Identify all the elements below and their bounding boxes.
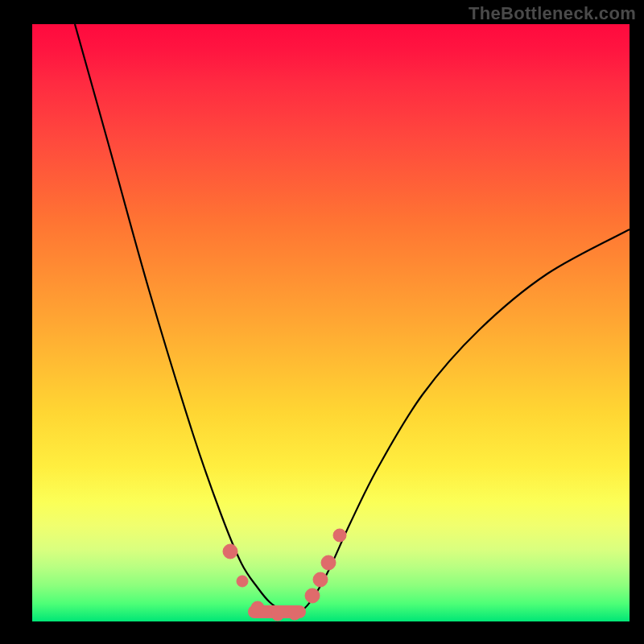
- curve-marker: [313, 572, 328, 587]
- curve-marker: [271, 608, 284, 621]
- plot-area: [32, 24, 630, 621]
- chart-frame: TheBottleneck.com: [0, 0, 644, 644]
- bottleneck-curve: [75, 24, 630, 614]
- curve-marker: [237, 576, 248, 587]
- curve-marker: [333, 529, 346, 542]
- curve-marker: [223, 544, 237, 559]
- curve-marker: [305, 588, 320, 603]
- curve-marker: [251, 601, 264, 614]
- curve-marker: [321, 555, 336, 570]
- curve-layer: [32, 24, 630, 621]
- watermark-text: TheBottleneck.com: [469, 3, 636, 24]
- curve-marker: [288, 607, 301, 620]
